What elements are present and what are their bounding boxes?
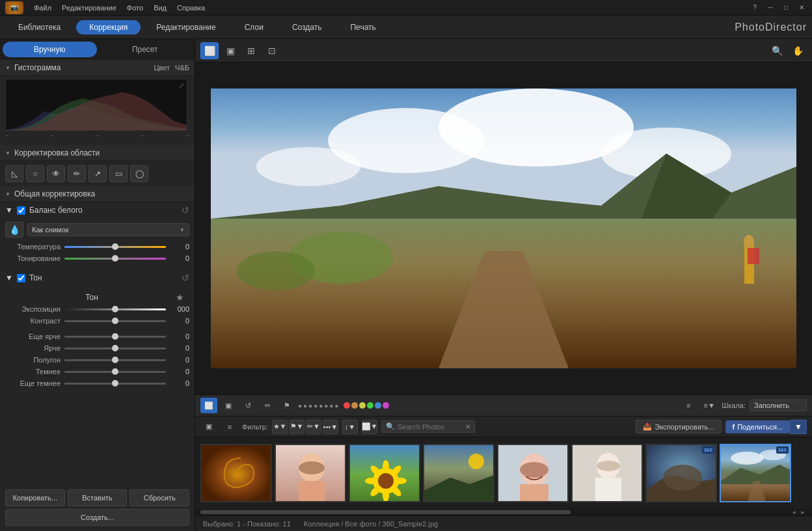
hand-tool[interactable]: ✋: [789, 42, 807, 59]
share-dropdown[interactable]: ▼: [790, 420, 807, 434]
thumb-6[interactable]: [571, 444, 643, 502]
thumb-3-img: [350, 445, 420, 502]
svg-point-44: [731, 452, 763, 465]
search-clear[interactable]: ✕: [465, 423, 470, 430]
help-button[interactable]: ?: [750, 3, 760, 13]
darks-slider[interactable]: [64, 383, 166, 385]
nav-print[interactable]: Печать: [337, 20, 388, 34]
color-green[interactable]: [367, 402, 373, 409]
nav-create[interactable]: Создать: [279, 20, 335, 34]
shadows-slider[interactable]: [64, 371, 166, 373]
filter-view1[interactable]: ▣: [200, 419, 217, 435]
menu-edit[interactable]: Редактирование: [62, 4, 116, 12]
thumb-4[interactable]: [423, 444, 494, 502]
filter-size[interactable]: ⬜▼: [362, 420, 377, 434]
tool-arrow[interactable]: ↗: [88, 165, 107, 182]
share-button[interactable]: f Поделиться...: [725, 420, 791, 433]
reset-button[interactable]: Сбросить: [129, 489, 189, 506]
tool-circle[interactable]: ◯: [130, 165, 148, 182]
sort-btn2[interactable]: ≡▼: [701, 398, 718, 413]
zoom-tool[interactable]: 🔍: [768, 42, 786, 59]
exposure-slider[interactable]: [64, 308, 166, 310]
nav-library[interactable]: Библиотека: [5, 20, 74, 34]
menu-file[interactable]: Файл: [34, 4, 51, 12]
wb-preset-dropdown[interactable]: Как снимок ▼: [27, 223, 189, 236]
tab-preset[interactable]: Пресет: [98, 42, 193, 57]
exposure-row: Экспозиция 000: [5, 305, 189, 313]
filter-label: Фильтр:: [242, 423, 268, 431]
color-yellow[interactable]: [359, 402, 366, 409]
temperature-slider[interactable]: [64, 246, 166, 248]
menu-photo[interactable]: Фото: [127, 4, 143, 12]
thumb-7[interactable]: 360: [645, 444, 717, 502]
color-purple[interactable]: [383, 402, 389, 409]
view-grid[interactable]: ⊞: [242, 42, 260, 59]
eyedropper-btn[interactable]: 💧: [5, 222, 23, 238]
lights-slider[interactable]: [64, 347, 166, 349]
nav-editing[interactable]: Редактирование: [143, 20, 228, 34]
menu-help[interactable]: Справка: [177, 4, 205, 12]
thumb-2[interactable]: [275, 444, 346, 502]
tone-reset[interactable]: ↺: [182, 273, 189, 283]
toning-slider[interactable]: [64, 258, 166, 260]
tone-checkbox[interactable]: [17, 274, 25, 282]
thumb-3[interactable]: [349, 444, 420, 502]
tool-pen[interactable]: ✏: [68, 165, 86, 182]
general-correction-header[interactable]: ▼ Общая корректировка: [0, 186, 195, 202]
histogram-header[interactable]: ▼ Гистограмма Цвет Ч&Б: [0, 60, 195, 76]
search-input[interactable]: [398, 423, 463, 431]
close-button[interactable]: ✕: [796, 3, 807, 13]
tone-star[interactable]: ★: [176, 292, 184, 303]
thumb-5[interactable]: [497, 444, 569, 502]
wb-reset[interactable]: ↺: [182, 205, 189, 215]
bw-label[interactable]: Ч&Б: [175, 64, 189, 72]
scale-dropdown[interactable]: Заполнить По размеру 100%: [750, 400, 807, 411]
filter-btn-star[interactable]: ★▼: [272, 420, 288, 434]
scroll-left[interactable]: ◄: [790, 509, 798, 516]
filter-sort[interactable]: ↕▼: [342, 420, 358, 434]
color-label[interactable]: Цвет: [154, 64, 170, 72]
export-button[interactable]: 📤 Экспортировать...: [636, 420, 721, 433]
nav-correction[interactable]: Коррекция: [76, 20, 141, 34]
view-single[interactable]: ⬜: [200, 42, 219, 59]
tool-gradient[interactable]: ◺: [5, 165, 23, 182]
highlights-slider[interactable]: [64, 336, 166, 338]
tool-rect[interactable]: ▭: [109, 165, 128, 182]
fs-flag[interactable]: ⚑: [278, 398, 295, 413]
thumb-8[interactable]: 360: [720, 444, 791, 502]
color-blue[interactable]: [375, 402, 381, 409]
sort-icon[interactable]: ≡: [680, 398, 697, 413]
view-multi[interactable]: ⊡: [263, 42, 281, 59]
copy-button[interactable]: Копировать...: [5, 489, 65, 506]
histogram-extras: Цвет Ч&Б: [154, 64, 189, 72]
thumb-1[interactable]: [200, 444, 272, 502]
filter-view2[interactable]: ≡: [221, 419, 238, 435]
create-button[interactable]: Создать...: [5, 509, 189, 526]
maximize-button[interactable]: □: [781, 3, 791, 13]
thumb-7-img: [647, 445, 717, 502]
scroll-right[interactable]: ►: [799, 509, 807, 516]
color-red[interactable]: [344, 402, 350, 409]
fs-single-view[interactable]: ⬜: [200, 398, 217, 413]
color-orange[interactable]: [351, 402, 358, 409]
minimize-button[interactable]: ─: [765, 3, 776, 13]
menu-view[interactable]: Вид: [154, 4, 167, 12]
fs-rotate[interactable]: ↺: [239, 398, 256, 413]
filter-btn-edit[interactable]: ✏▼: [306, 420, 321, 434]
view-compare1[interactable]: ▣: [221, 42, 239, 59]
tool-eye[interactable]: 👁: [47, 165, 65, 182]
wb-checkbox[interactable]: [17, 206, 25, 215]
paste-button[interactable]: Вставить: [68, 489, 128, 506]
filmstrip-scroll-thumb[interactable]: [200, 510, 571, 514]
tab-manual[interactable]: Вручную: [3, 42, 97, 57]
histogram-expand[interactable]: ⤢: [179, 82, 184, 89]
tool-brush[interactable]: ○: [26, 165, 44, 182]
midtones-slider[interactable]: [64, 359, 166, 361]
region-correction-header[interactable]: ▼ Корректировка области: [0, 145, 195, 161]
nav-layers[interactable]: Слои: [232, 20, 277, 34]
fs-multi-view[interactable]: ▣: [220, 398, 237, 413]
fs-edit[interactable]: ✏: [259, 398, 276, 413]
contrast-slider[interactable]: [64, 320, 166, 322]
filter-btn-flag[interactable]: ⚑▼: [289, 420, 304, 434]
filter-btn-more[interactable]: •••▼: [323, 420, 338, 434]
